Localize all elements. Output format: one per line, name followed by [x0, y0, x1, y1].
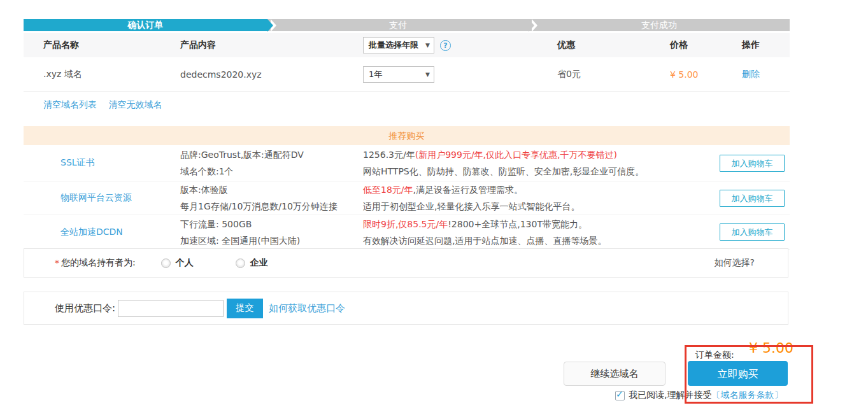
delete-link[interactable]: 删除 — [742, 69, 760, 79]
agree-text: 我已阅读,理解并接受 — [629, 390, 711, 401]
year-select-value: 1年 — [369, 69, 382, 80]
agree-terms-row: ✓ 我已阅读,理解并接受 〔域名服务条款〕 — [615, 390, 783, 401]
promo-highlight: (新用户999元/年,仅此入口专享优惠,千万不要错过) — [415, 150, 617, 160]
order-total-amount: ¥ 5.00 — [749, 340, 793, 356]
terms-link[interactable]: 〔域名服务条款〕 — [711, 390, 783, 401]
step-label: 支付成功 — [641, 20, 677, 30]
header-product-content: 产品内容 — [180, 39, 363, 51]
check-icon: ✓ — [616, 389, 623, 399]
batch-year-select[interactable]: 批量选择年限 ▼ — [363, 37, 434, 53]
recommend-row-dcdn: 全站加速DCDN 下行流量: 500GB 加速区域: 全国通用(中国大陆) 限时… — [24, 215, 790, 250]
benefit-line: 有效解决访问延迟问题,适用于站点加速、点播、直播等场景。 — [363, 232, 720, 249]
checkout-steps: 确认订单 支付 支付成功 — [24, 19, 790, 31]
agree-checkbox[interactable]: ✓ — [615, 391, 625, 400]
radio-icon[interactable] — [236, 258, 245, 268]
coupon-input[interactable] — [118, 300, 224, 317]
promo-line: 低至18元/年,满足设备运行及管理需求。 — [363, 181, 720, 198]
radio-label: 个人 — [176, 257, 194, 269]
help-icon[interactable]: ? — [440, 40, 451, 51]
ssl-product-link[interactable]: SSL证书 — [60, 157, 95, 167]
promo-line: 1256.3元/年(新用户999元/年,仅此入口专享优惠,千万不要错过) — [363, 146, 720, 163]
product-description: 1256.3元/年(新用户999元/年,仅此入口专享优惠,千万不要错过) 网站H… — [363, 146, 720, 180]
year-select[interactable]: 1年 ▼ — [363, 66, 434, 83]
table-header-row: 产品名称 产品内容 批量选择年限 ▼ ? 优惠 价格 操作 — [24, 33, 790, 57]
product-details: 版本:体验版 每月1G存储/10万消息数/10万分钟连接 — [180, 181, 363, 215]
cell-year: 1年 ▼ — [363, 66, 557, 83]
step-payment-success: 支付成功 — [529, 19, 790, 31]
cell-price: ¥ 5.00 — [670, 69, 742, 80]
radio-enterprise[interactable]: 企业 — [236, 257, 268, 269]
radio-icon[interactable] — [161, 258, 171, 268]
detail-line: 品牌:GeoTrust,版本:通配符DV — [180, 146, 363, 163]
continue-select-domain-button[interactable]: 继续选域名 — [564, 362, 665, 386]
header-year-cell: 批量选择年限 ▼ ? — [363, 37, 557, 53]
product-description: 限时9折,仅85.5元/年!2800+全球节点,130T带宽能力。 有效解决访问… — [363, 216, 720, 249]
buy-now-button[interactable]: 立即购买 — [688, 361, 788, 386]
product-details: 品牌:GeoTrust,版本:通配符DV 域名个数:1个 — [180, 146, 363, 180]
recommend-banner: 推荐购买 — [24, 126, 790, 145]
cart-cell: 加入购物车 — [720, 155, 790, 172]
table-row: .xyz 域名 dedecms2020.xyz 1年 ▼ 省0元 ¥ 5.00 … — [24, 57, 790, 92]
cart-cell: 加入购物车 — [720, 190, 790, 207]
recommend-list: SSL证书 品牌:GeoTrust,版本:通配符DV 域名个数:1个 1256.… — [24, 145, 790, 250]
header-action: 操作 — [742, 39, 790, 51]
product-link: 全站加速DCDN — [24, 227, 180, 238]
detail-line: 版本:体验版 — [180, 181, 363, 198]
iot-product-link[interactable]: 物联网平台云资源 — [60, 192, 132, 202]
order-confirm-page: 确认订单 支付 支付成功 产品名称 产品内容 批量选择年限 ▼ ? 优惠 价格 … — [0, 0, 868, 417]
header-price: 价格 — [670, 39, 742, 51]
cell-action: 删除 — [742, 69, 790, 80]
coupon-section: 使用优惠口令: 提交 如何获取优惠口令 — [24, 292, 788, 325]
batch-year-select-value: 批量选择年限 — [369, 39, 418, 51]
radio-label: 企业 — [250, 257, 268, 269]
promo-highlight: 低至18元/年 — [363, 185, 413, 195]
add-to-cart-button[interactable]: 加入购物车 — [720, 223, 785, 241]
product-link: 物联网平台云资源 — [24, 192, 180, 204]
product-details: 下行流量: 500GB 加速区域: 全国通用(中国大陆) — [180, 216, 363, 249]
benefit-line: 适用于初创型企业,轻量化接入乐享一站式智能化平台。 — [363, 198, 720, 215]
recommend-row-ssl: SSL证书 品牌:GeoTrust,版本:通配符DV 域名个数:1个 1256.… — [24, 145, 790, 181]
step-payment: 支付 — [267, 19, 529, 31]
coupon-label: 使用优惠口令: — [55, 302, 115, 315]
add-to-cart-button[interactable]: 加入购物车 — [720, 155, 785, 172]
step-confirm-order: 确认订单 — [24, 19, 267, 31]
detail-line: 加速区域: 全国通用(中国大陆) — [180, 232, 363, 249]
how-to-choose-link[interactable]: 如何选择? — [715, 257, 788, 269]
product-link: SSL证书 — [24, 157, 180, 169]
step-label: 确认订单 — [128, 20, 164, 30]
header-product-name: 产品名称 — [24, 39, 180, 51]
cell-discount: 省0元 — [557, 69, 670, 80]
coupon-submit-button[interactable]: 提交 — [227, 299, 263, 318]
clear-invalid-domain-link[interactable]: 清空无效域名 — [108, 99, 162, 110]
domain-holder-section: * 您的域名持有者为: 个人 企业 如何选择? — [24, 248, 788, 278]
cell-product-name: .xyz 域名 — [24, 69, 180, 80]
header-discount: 优惠 — [557, 39, 670, 51]
step-label: 支付 — [389, 20, 407, 30]
chevron-down-icon: ▼ — [425, 71, 430, 78]
radio-personal[interactable]: 个人 — [161, 257, 194, 269]
order-total-label: 订单金额: — [695, 350, 734, 361]
dcdn-product-link[interactable]: 全站加速DCDN — [60, 227, 123, 237]
coupon-help-link[interactable]: 如何获取优惠口令 — [269, 302, 345, 315]
product-description: 低至18元/年,满足设备运行及管理需求。 适用于初创型企业,轻量化接入乐享一站式… — [363, 181, 720, 215]
recommend-row-iot: 物联网平台云资源 版本:体验版 每月1G存储/10万消息数/10万分钟连接 低至… — [24, 181, 790, 215]
clear-domain-list-link[interactable]: 清空域名列表 — [43, 99, 97, 110]
add-to-cart-button[interactable]: 加入购物车 — [720, 190, 785, 207]
holder-label: 您的域名持有者为: — [61, 257, 136, 269]
chevron-down-icon: ▼ — [425, 42, 430, 48]
clear-links-row: 清空域名列表 清空无效域名 — [43, 99, 171, 111]
cart-cell: 加入购物车 — [720, 223, 790, 241]
detail-line: 域名个数:1个 — [180, 163, 363, 180]
order-table: 产品名称 产品内容 批量选择年限 ▼ ? 优惠 价格 操作 .xyz 域名 de… — [24, 33, 790, 92]
promo-highlight: 限时9折,仅85.5元/年 — [363, 219, 448, 229]
benefit-line: 网站HTTPS化、防劫持、防篡改、防监听、安全加密,彰显企业可信度。 — [363, 163, 720, 180]
promo-line: 限时9折,仅85.5元/年!2800+全球节点,130T带宽能力。 — [363, 216, 720, 232]
detail-line: 下行流量: 500GB — [180, 216, 363, 232]
required-mark: * — [55, 258, 59, 268]
detail-line: 每月1G存储/10万消息数/10万分钟连接 — [180, 198, 363, 215]
cell-product-content: dedecms2020.xyz — [180, 69, 363, 80]
